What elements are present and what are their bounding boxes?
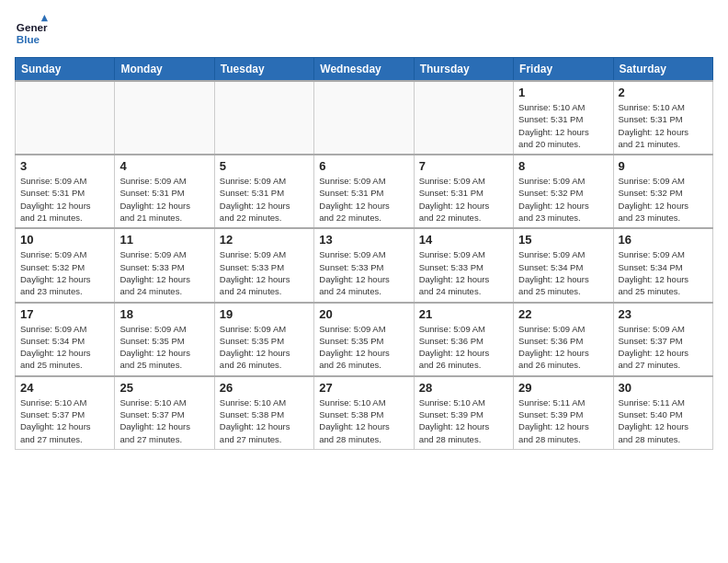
day-info: Sunrise: 5:10 AM Sunset: 5:37 PM Dayligh… xyxy=(119,396,209,445)
day-number: 5 xyxy=(220,159,309,173)
day-info: Sunrise: 5:09 AM Sunset: 5:36 PM Dayligh… xyxy=(419,323,508,372)
day-number: 2 xyxy=(619,86,708,99)
week-row-3: 10Sunrise: 5:09 AM Sunset: 5:32 PM Dayli… xyxy=(16,228,713,302)
weekday-header-row: SundayMondayTuesdayWednesdayThursdayFrid… xyxy=(16,58,713,82)
day-number: 20 xyxy=(319,307,408,321)
empty-cell xyxy=(214,81,313,155)
day-cell-6: 6Sunrise: 5:09 AM Sunset: 5:31 PM Daylig… xyxy=(314,155,414,228)
day-info: Sunrise: 5:09 AM Sunset: 5:32 PM Dayligh… xyxy=(518,175,608,224)
day-cell-15: 15Sunrise: 5:09 AM Sunset: 5:34 PM Dayli… xyxy=(514,228,613,302)
day-number: 26 xyxy=(220,381,309,395)
day-cell-23: 23Sunrise: 5:09 AM Sunset: 5:37 PM Dayli… xyxy=(613,303,712,376)
day-cell-26: 26Sunrise: 5:10 AM Sunset: 5:38 PM Dayli… xyxy=(214,376,313,450)
day-number: 30 xyxy=(619,381,708,395)
day-info: Sunrise: 5:10 AM Sunset: 5:39 PM Dayligh… xyxy=(419,396,508,445)
weekday-header-saturday: Saturday xyxy=(613,58,712,82)
day-number: 14 xyxy=(419,233,508,247)
day-cell-29: 29Sunrise: 5:11 AM Sunset: 5:39 PM Dayli… xyxy=(514,376,613,450)
day-cell-18: 18Sunrise: 5:09 AM Sunset: 5:35 PM Dayli… xyxy=(115,303,214,376)
day-cell-4: 4Sunrise: 5:09 AM Sunset: 5:31 PM Daylig… xyxy=(115,155,214,228)
day-cell-1: 1Sunrise: 5:10 AM Sunset: 5:31 PM Daylig… xyxy=(514,81,613,155)
day-info: Sunrise: 5:09 AM Sunset: 5:37 PM Dayligh… xyxy=(619,323,708,372)
day-number: 1 xyxy=(518,86,608,99)
day-cell-11: 11Sunrise: 5:09 AM Sunset: 5:33 PM Dayli… xyxy=(115,228,214,302)
day-info: Sunrise: 5:09 AM Sunset: 5:31 PM Dayligh… xyxy=(220,175,309,224)
day-number: 25 xyxy=(119,381,209,395)
day-info: Sunrise: 5:09 AM Sunset: 5:31 PM Dayligh… xyxy=(319,175,408,224)
day-number: 10 xyxy=(20,233,109,247)
day-info: Sunrise: 5:10 AM Sunset: 5:31 PM Dayligh… xyxy=(619,101,708,150)
day-cell-9: 9Sunrise: 5:09 AM Sunset: 5:32 PM Daylig… xyxy=(613,155,712,228)
day-info: Sunrise: 5:11 AM Sunset: 5:40 PM Dayligh… xyxy=(619,396,708,445)
svg-marker-2 xyxy=(41,15,48,21)
day-cell-3: 3Sunrise: 5:09 AM Sunset: 5:31 PM Daylig… xyxy=(16,155,115,228)
day-info: Sunrise: 5:09 AM Sunset: 5:33 PM Dayligh… xyxy=(319,248,408,297)
day-number: 17 xyxy=(20,307,109,321)
day-info: Sunrise: 5:09 AM Sunset: 5:36 PM Dayligh… xyxy=(518,323,608,372)
page-header: General Blue xyxy=(15,15,713,48)
day-info: Sunrise: 5:09 AM Sunset: 5:33 PM Dayligh… xyxy=(119,248,209,297)
day-info: Sunrise: 5:10 AM Sunset: 5:38 PM Dayligh… xyxy=(319,396,408,445)
day-info: Sunrise: 5:09 AM Sunset: 5:35 PM Dayligh… xyxy=(220,323,309,372)
day-number: 9 xyxy=(619,159,708,173)
calendar: SundayMondayTuesdayWednesdayThursdayFrid… xyxy=(15,57,713,450)
week-row-2: 3Sunrise: 5:09 AM Sunset: 5:31 PM Daylig… xyxy=(16,155,713,228)
day-info: Sunrise: 5:10 AM Sunset: 5:31 PM Dayligh… xyxy=(518,101,608,150)
day-cell-22: 22Sunrise: 5:09 AM Sunset: 5:36 PM Dayli… xyxy=(514,303,613,376)
day-cell-7: 7Sunrise: 5:09 AM Sunset: 5:31 PM Daylig… xyxy=(414,155,513,228)
day-cell-5: 5Sunrise: 5:09 AM Sunset: 5:31 PM Daylig… xyxy=(214,155,313,228)
day-cell-8: 8Sunrise: 5:09 AM Sunset: 5:32 PM Daylig… xyxy=(514,155,613,228)
day-info: Sunrise: 5:09 AM Sunset: 5:35 PM Dayligh… xyxy=(319,323,408,372)
day-number: 15 xyxy=(518,233,608,247)
day-info: Sunrise: 5:09 AM Sunset: 5:34 PM Dayligh… xyxy=(20,323,109,372)
day-info: Sunrise: 5:09 AM Sunset: 5:31 PM Dayligh… xyxy=(419,175,508,224)
day-cell-17: 17Sunrise: 5:09 AM Sunset: 5:34 PM Dayli… xyxy=(16,303,115,376)
day-number: 12 xyxy=(220,233,309,247)
day-number: 8 xyxy=(518,159,608,173)
day-number: 13 xyxy=(319,233,408,247)
day-info: Sunrise: 5:11 AM Sunset: 5:39 PM Dayligh… xyxy=(518,396,608,445)
day-number: 18 xyxy=(119,307,209,321)
svg-text:General: General xyxy=(17,21,48,33)
weekday-header-monday: Monday xyxy=(115,58,214,82)
day-number: 4 xyxy=(119,159,209,173)
day-cell-19: 19Sunrise: 5:09 AM Sunset: 5:35 PM Dayli… xyxy=(214,303,313,376)
day-number: 21 xyxy=(419,307,508,321)
day-info: Sunrise: 5:10 AM Sunset: 5:38 PM Dayligh… xyxy=(220,396,309,445)
day-cell-25: 25Sunrise: 5:10 AM Sunset: 5:37 PM Dayli… xyxy=(115,376,214,450)
day-info: Sunrise: 5:09 AM Sunset: 5:33 PM Dayligh… xyxy=(220,248,309,297)
empty-cell xyxy=(414,81,513,155)
day-info: Sunrise: 5:09 AM Sunset: 5:34 PM Dayligh… xyxy=(518,248,608,297)
day-number: 24 xyxy=(20,381,109,395)
weekday-header-tuesday: Tuesday xyxy=(214,58,313,82)
day-info: Sunrise: 5:10 AM Sunset: 5:37 PM Dayligh… xyxy=(20,396,109,445)
day-number: 28 xyxy=(419,381,508,395)
day-info: Sunrise: 5:09 AM Sunset: 5:31 PM Dayligh… xyxy=(119,175,209,224)
weekday-header-wednesday: Wednesday xyxy=(314,58,414,82)
day-number: 6 xyxy=(319,159,408,173)
day-cell-24: 24Sunrise: 5:10 AM Sunset: 5:37 PM Dayli… xyxy=(16,376,115,450)
day-number: 27 xyxy=(319,381,408,395)
day-info: Sunrise: 5:09 AM Sunset: 5:32 PM Dayligh… xyxy=(20,248,109,297)
day-cell-20: 20Sunrise: 5:09 AM Sunset: 5:35 PM Dayli… xyxy=(314,303,414,376)
day-cell-13: 13Sunrise: 5:09 AM Sunset: 5:33 PM Dayli… xyxy=(314,228,414,302)
day-cell-10: 10Sunrise: 5:09 AM Sunset: 5:32 PM Dayli… xyxy=(16,228,115,302)
day-cell-30: 30Sunrise: 5:11 AM Sunset: 5:40 PM Dayli… xyxy=(613,376,712,450)
day-number: 23 xyxy=(619,307,708,321)
day-info: Sunrise: 5:09 AM Sunset: 5:31 PM Dayligh… xyxy=(20,175,109,224)
weekday-header-friday: Friday xyxy=(514,58,613,82)
svg-text:Blue: Blue xyxy=(17,33,40,45)
day-info: Sunrise: 5:09 AM Sunset: 5:32 PM Dayligh… xyxy=(619,175,708,224)
day-number: 7 xyxy=(419,159,508,173)
day-cell-21: 21Sunrise: 5:09 AM Sunset: 5:36 PM Dayli… xyxy=(414,303,513,376)
week-row-4: 17Sunrise: 5:09 AM Sunset: 5:34 PM Dayli… xyxy=(16,303,713,376)
day-number: 29 xyxy=(518,381,608,395)
day-number: 11 xyxy=(119,233,209,247)
day-number: 19 xyxy=(220,307,309,321)
logo: General Blue xyxy=(15,15,51,48)
empty-cell xyxy=(314,81,414,155)
day-number: 16 xyxy=(619,233,708,247)
weekday-header-thursday: Thursday xyxy=(414,58,513,82)
day-cell-12: 12Sunrise: 5:09 AM Sunset: 5:33 PM Dayli… xyxy=(214,228,313,302)
day-number: 3 xyxy=(20,159,109,173)
